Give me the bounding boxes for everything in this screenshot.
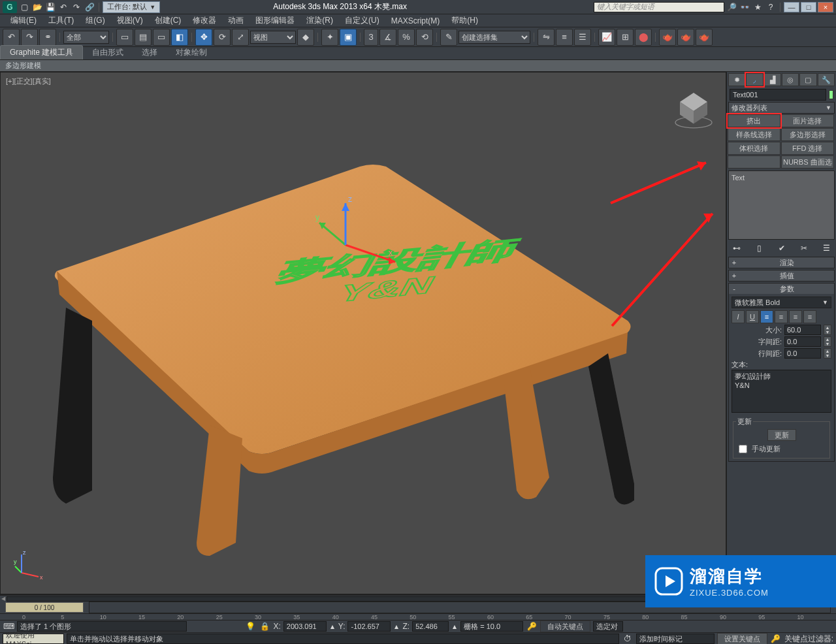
menu-maxscript[interactable]: MAXScript(M): [386, 16, 445, 26]
menu-anim[interactable]: 动画: [223, 14, 249, 27]
key-icon[interactable]: 🔑: [526, 620, 538, 632]
menu-render[interactable]: 渲染(R): [301, 14, 338, 27]
modify-tab[interactable]: ◞: [746, 73, 763, 86]
z-value[interactable]: 52.486: [412, 621, 449, 632]
viewport[interactable]: [+][正交][真实] 夢: [0, 72, 726, 594]
unique-icon[interactable]: ✔: [776, 242, 788, 254]
link-icon[interactable]: 🔗: [84, 1, 95, 13]
ffd-select-button[interactable]: FFD 选择: [781, 142, 834, 155]
update-button[interactable]: 更新: [767, 429, 796, 441]
minimize-button[interactable]: —: [784, 2, 799, 12]
size-updown[interactable]: ▲▼: [824, 325, 831, 335]
search-box[interactable]: 键入关键字或短语: [594, 2, 724, 12]
menu-tools[interactable]: 工具(T): [43, 14, 79, 27]
spinner-snap[interactable]: ⟲: [416, 29, 433, 46]
menu-create[interactable]: 创建(C): [150, 14, 187, 27]
move-button[interactable]: ✥: [195, 29, 212, 46]
manip-button[interactable]: ✦: [321, 29, 338, 46]
kerning-input[interactable]: [784, 336, 821, 347]
motion-tab[interactable]: ◎: [782, 73, 799, 86]
align-left-button[interactable]: ≡: [760, 310, 773, 323]
open-icon[interactable]: 📂: [31, 1, 43, 13]
text-input[interactable]: [732, 370, 831, 413]
lightbulb-icon[interactable]: 💡: [244, 620, 256, 632]
named-sel[interactable]: ✎: [440, 29, 457, 46]
lock-icon[interactable]: 🔒: [259, 620, 270, 632]
align-right-button[interactable]: ≡: [789, 310, 802, 323]
menu-modifiers[interactable]: 修改器: [187, 14, 221, 27]
menu-edit[interactable]: 编辑(E): [5, 14, 42, 27]
select-object[interactable]: ▭: [116, 29, 133, 46]
sel-dependent[interactable]: 选定对: [593, 621, 623, 632]
snap-toggle[interactable]: ▣: [340, 29, 357, 46]
spline-select-button[interactable]: 样条线选择: [728, 128, 780, 141]
italic-button[interactable]: I: [732, 310, 745, 323]
scale-button[interactable]: ⤢: [232, 29, 249, 46]
percent-snap[interactable]: %: [398, 29, 415, 46]
modifier-stack[interactable]: Text: [728, 170, 835, 240]
menu-group[interactable]: 组(G): [80, 14, 110, 27]
manual-update-check[interactable]: 手动更新: [736, 443, 827, 455]
add-time-tag[interactable]: 添加时间标记: [636, 634, 715, 644]
extrude-button[interactable]: 挤出: [728, 114, 780, 127]
align-center-button[interactable]: ≡: [775, 310, 788, 323]
hierarchy-tab[interactable]: ▟: [764, 73, 781, 86]
schematic-view[interactable]: ⊞: [617, 29, 634, 46]
render-setup[interactable]: 🫖: [659, 29, 676, 46]
select-name[interactable]: ▤: [135, 29, 152, 46]
material-editor[interactable]: ⬤: [635, 29, 652, 46]
blank-button[interactable]: [728, 155, 780, 169]
hscroll-left[interactable]: ◀: [0, 596, 7, 602]
mirror-button[interactable]: ⇋: [538, 29, 555, 46]
object-color-swatch[interactable]: [829, 90, 833, 99]
pin-stack-icon[interactable]: ⊷: [731, 242, 743, 254]
workspace-dropdown[interactable]: 工作台: 默认 ▼: [103, 1, 160, 13]
render-prod[interactable]: 🫖: [696, 29, 713, 46]
help-icon[interactable]: ?: [765, 1, 777, 13]
maximize-button[interactable]: □: [801, 2, 816, 12]
fav-icon[interactable]: ★: [752, 1, 764, 13]
vol-select-button[interactable]: 体积选择: [728, 142, 780, 155]
object-name-input[interactable]: [730, 89, 826, 101]
ref-coord[interactable]: 视图: [250, 31, 296, 44]
font-dropdown[interactable]: 微软雅黑 Bold ▼: [732, 297, 831, 308]
poly-select-button[interactable]: 多边形选择: [781, 128, 834, 141]
angle-snap[interactable]: ∡: [379, 29, 396, 46]
link-button[interactable]: ⚭: [39, 29, 56, 46]
redo-button[interactable]: ↷: [21, 29, 38, 46]
menu-help[interactable]: 帮助(H): [446, 14, 483, 27]
menu-graph[interactable]: 图形编辑器: [250, 14, 300, 27]
snap3[interactable]: 3: [364, 29, 378, 46]
align-justify-button[interactable]: ≡: [803, 310, 816, 323]
remove-mod-icon[interactable]: ✂: [798, 242, 810, 254]
y-value[interactable]: -102.657: [347, 621, 391, 632]
size-input[interactable]: [784, 325, 821, 335]
ribbon-paint[interactable]: 对象绘制: [167, 46, 216, 59]
patch-select-button[interactable]: 面片选择: [781, 114, 834, 127]
selection-filter[interactable]: 全部: [63, 31, 109, 44]
menu-views[interactable]: 视图(V): [112, 14, 148, 27]
align-button[interactable]: ≡: [556, 29, 573, 46]
create-tab[interactable]: ✹: [728, 73, 745, 86]
kerning-updown[interactable]: ▲▼: [824, 336, 831, 347]
leading-input[interactable]: [784, 348, 821, 359]
stack-entry-text[interactable]: Text: [732, 174, 831, 182]
window-crossing[interactable]: ◧: [171, 29, 188, 46]
search-icon[interactable]: 🔎: [726, 1, 737, 13]
ribbon-graphite[interactable]: Graphite 建模工具: [0, 45, 83, 59]
show-end-icon[interactable]: ▯: [753, 242, 765, 254]
display-tab[interactable]: ▢: [799, 73, 816, 86]
undo-button[interactable]: ↶: [3, 29, 20, 46]
ribbon-select[interactable]: 选择: [133, 46, 167, 59]
undo-icon[interactable]: ↶: [57, 1, 69, 13]
menu-custom[interactable]: 自定义(U): [340, 14, 385, 27]
ribbon-freeform[interactable]: 自由形式: [83, 46, 133, 59]
rotate-button[interactable]: ⟳: [214, 29, 231, 46]
config-icon[interactable]: ☰: [820, 242, 832, 254]
new-icon[interactable]: ▢: [18, 1, 30, 13]
select-rect[interactable]: ▭: [153, 29, 170, 46]
underline-button[interactable]: U: [746, 310, 759, 323]
modifier-list-dropdown[interactable]: 修改器列表 ▼: [728, 102, 835, 114]
named-sel-set[interactable]: 创建选择集: [458, 31, 530, 44]
ribbon-sub[interactable]: 多边形建模: [0, 60, 836, 72]
